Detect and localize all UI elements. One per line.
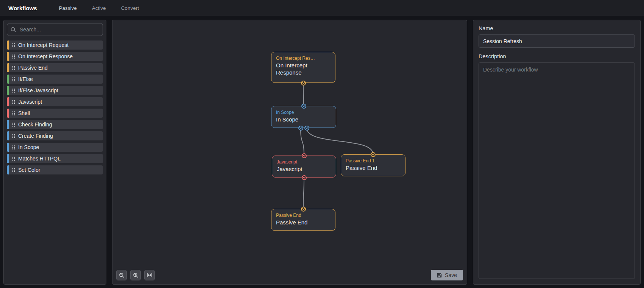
palette-item-shell[interactable]: Shell <box>7 109 103 118</box>
zoom-out-icon <box>119 272 125 278</box>
palette-item-label: On Intercept Request <box>18 42 69 48</box>
topbar-tabs: PassiveActiveConvert <box>59 5 139 11</box>
palette-item-label: Set Color <box>18 167 40 173</box>
fit-width-icon <box>147 272 153 278</box>
drag-handle-icon[interactable] <box>12 134 16 139</box>
tab-convert[interactable]: Convert <box>121 5 139 11</box>
node-palette: On Intercept RequestOn Intercept Respons… <box>7 40 103 174</box>
node-type-label: Javascript <box>277 166 331 173</box>
name-label: Name <box>479 25 635 31</box>
palette-item-label: If/Else <box>18 76 33 82</box>
tab-passive[interactable]: Passive <box>59 5 77 11</box>
workflow-edge <box>307 128 373 154</box>
palette-item-passive-end[interactable]: Passive End <box>7 63 103 72</box>
drag-handle-icon[interactable] <box>12 88 16 93</box>
output-port[interactable] <box>301 81 306 86</box>
palette-item-set-color[interactable]: Set Color <box>7 165 103 174</box>
palette-item-color-bar <box>7 86 9 95</box>
workflow-description-input[interactable] <box>479 62 635 279</box>
palette-item-javascript[interactable]: Javascript <box>7 97 103 106</box>
palette-item-color-bar <box>7 75 9 84</box>
node-id-label: Passive End <box>276 213 331 218</box>
palette-item-label: Shell <box>18 110 30 116</box>
canvas-controls <box>116 270 155 280</box>
drag-handle-icon[interactable] <box>12 43 16 48</box>
description-label: Description <box>479 53 635 59</box>
topbar: Workflows PassiveActiveConvert <box>0 0 644 16</box>
palette-item-on-intercept-response[interactable]: On Intercept Response <box>7 52 103 61</box>
palette-item-if-else[interactable]: If/Else <box>7 75 103 84</box>
palette-item-check-finding[interactable]: Check Finding <box>7 120 103 129</box>
drag-handle-icon[interactable] <box>12 111 16 116</box>
node-id-label: Javascript <box>277 159 331 165</box>
node-type-label: Passive End <box>346 165 401 172</box>
zoom-in-icon <box>133 272 139 278</box>
drag-handle-icon[interactable] <box>12 65 16 70</box>
search-box <box>7 23 103 36</box>
palette-item-matches-httpql[interactable]: Matches HTTPQL <box>7 154 103 163</box>
workflow-node-in-scope[interactable]: In ScopeIn Scope <box>271 106 336 128</box>
zoom-in-button[interactable] <box>130 270 141 280</box>
workflow-edge <box>303 83 304 106</box>
palette-item-color-bar <box>7 120 9 129</box>
palette-item-color-bar <box>7 52 9 61</box>
workflow-node-passive-end-1[interactable]: Passive End 1Passive End <box>341 154 405 176</box>
palette-item-label: Create Finding <box>18 133 53 139</box>
sidebar: On Intercept RequestOn Intercept Respons… <box>3 20 106 285</box>
tab-active[interactable]: Active <box>92 5 106 11</box>
search-input[interactable] <box>7 23 103 36</box>
palette-item-label: On Intercept Response <box>18 53 73 59</box>
node-type-label: In Scope <box>276 116 331 123</box>
palette-item-label: In Scope <box>18 144 39 150</box>
input-port[interactable] <box>301 104 306 109</box>
node-id-label: In Scope <box>276 110 331 115</box>
drag-handle-icon[interactable] <box>12 77 16 82</box>
canvas-viewport[interactable]: Save On Intercept Res…On Intercept Respo… <box>112 20 467 285</box>
workflow-node-on-intercept-response[interactable]: On Intercept Res…On Intercept Response <box>271 52 335 83</box>
drag-handle-icon[interactable] <box>12 168 16 173</box>
palette-item-color-bar <box>7 63 9 72</box>
node-type-label: On Intercept Response <box>276 62 331 76</box>
palette-item-in-scope[interactable]: In Scope <box>7 143 103 152</box>
palette-item-color-bar <box>7 97 9 106</box>
workflow-node-passive-end[interactable]: Passive EndPassive End <box>271 209 335 231</box>
fit-width-button[interactable] <box>144 270 155 280</box>
main-content: On Intercept RequestOn Intercept Respons… <box>0 16 644 288</box>
input-port[interactable] <box>302 153 307 158</box>
node-id-label: Passive End 1 <box>346 158 401 163</box>
palette-item-label: Passive End <box>18 65 48 71</box>
page-title: Workflows <box>8 5 37 11</box>
output-port[interactable] <box>304 126 309 131</box>
drag-handle-icon[interactable] <box>12 156 16 161</box>
drag-handle-icon[interactable] <box>12 122 16 127</box>
drag-handle-icon[interactable] <box>12 100 16 104</box>
input-port[interactable] <box>301 207 306 212</box>
palette-item-label: If/Else Javascript <box>18 87 58 93</box>
node-type-label: Passive End <box>276 219 331 226</box>
workflow-edge <box>301 128 304 156</box>
save-button[interactable]: Save <box>431 270 463 280</box>
workflow-name-input[interactable] <box>479 34 635 48</box>
save-label: Save <box>445 272 457 278</box>
palette-item-color-bar <box>7 40 9 50</box>
palette-item-label: Matches HTTPQL <box>18 156 61 162</box>
save-icon <box>437 273 442 278</box>
drag-handle-icon[interactable] <box>12 54 16 59</box>
input-port[interactable] <box>371 152 376 157</box>
palette-item-color-bar <box>7 131 9 140</box>
palette-item-if-else-javascript[interactable]: If/Else Javascript <box>7 86 103 95</box>
workflow-edge <box>303 177 304 209</box>
output-port[interactable] <box>298 126 303 131</box>
palette-item-create-finding[interactable]: Create Finding <box>7 131 103 140</box>
node-id-label: On Intercept Res… <box>276 56 331 61</box>
output-port[interactable] <box>302 175 307 180</box>
drag-handle-icon[interactable] <box>12 145 16 150</box>
palette-item-on-intercept-request[interactable]: On Intercept Request <box>7 40 103 50</box>
palette-item-color-bar <box>7 143 9 152</box>
palette-item-color-bar <box>7 154 9 163</box>
inspector-panel: Name Description <box>473 20 641 285</box>
zoom-out-button[interactable] <box>116 270 127 280</box>
palette-item-label: Javascript <box>18 99 42 105</box>
workflow-node-javascript[interactable]: JavascriptJavascript <box>272 156 336 177</box>
palette-item-color-bar <box>7 109 9 118</box>
